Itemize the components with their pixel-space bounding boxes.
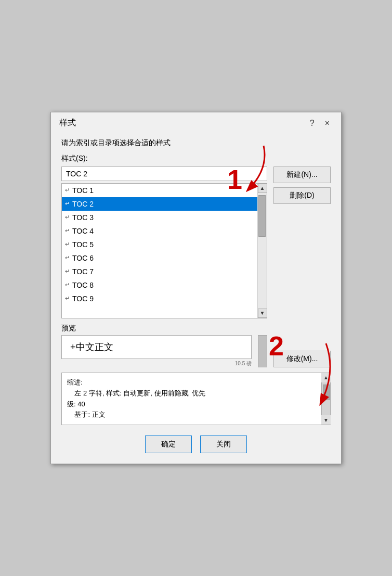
list-item-selected[interactable]: ↵ TOC 2: [62, 197, 257, 211]
list-scrollbar[interactable]: ▲ ▼: [257, 184, 267, 318]
return-icon: ↵: [65, 200, 70, 207]
scroll-track: [258, 193, 267, 309]
preview-section: 预览 +中文正文 10.5 磅 修改(M)...: [61, 324, 331, 367]
list-item[interactable]: ↵ TOC 8: [62, 278, 257, 292]
return-icon: ↵: [65, 241, 70, 248]
return-icon: ↵: [65, 254, 70, 261]
list-item[interactable]: ↵ TOC 6: [62, 251, 257, 265]
return-icon: ↵: [65, 187, 70, 194]
close-button[interactable]: ×: [322, 118, 333, 129]
style-label: 样式(S):: [61, 154, 331, 163]
preview-size: 10.5 磅: [61, 360, 252, 367]
style-list-container: ↵ TOC 1 ↵ TOC 2 ↵ TOC 3: [61, 183, 267, 318]
return-icon: ↵: [65, 295, 70, 302]
return-icon: ↵: [65, 281, 70, 288]
right-column: 新建(N)... 删除(D): [273, 167, 331, 318]
preview-left: +中文正文 10.5 磅: [61, 335, 252, 367]
preview-right-col: 修改(M)...: [273, 335, 331, 367]
style-input[interactable]: [61, 167, 267, 181]
new-button[interactable]: 新建(N)...: [273, 167, 331, 183]
desc-scroll-down-button[interactable]: ▼: [321, 415, 331, 425]
main-section: ↵ TOC 1 ↵ TOC 2 ↵ TOC 3: [61, 167, 331, 318]
ok-button[interactable]: 确定: [145, 436, 192, 453]
list-item[interactable]: ↵ TOC 5: [62, 238, 257, 251]
scroll-down-button[interactable]: ▼: [258, 309, 267, 318]
desc-scroll-track: [322, 382, 330, 415]
desc-scroll-thumb[interactable]: [323, 385, 330, 400]
scroll-thumb[interactable]: [258, 195, 266, 237]
description-section: 缩进: 左 2 字符, 样式: 自动更新, 使用前隐藏, 优先级: 40 基于:…: [61, 373, 331, 425]
list-item[interactable]: ↵ TOC 4: [62, 224, 257, 238]
style-dialog: 样式 ? × 请为索引或目录项选择合适的样式 样式(S):: [50, 112, 342, 464]
title-controls: ? ×: [307, 118, 333, 129]
modify-button[interactable]: 修改(M)...: [273, 351, 331, 367]
title-bar: 样式 ? ×: [51, 112, 341, 132]
preview-scrollbar: [258, 335, 267, 367]
description-scrollbar: ▲ ▼: [321, 373, 331, 425]
dialog-body: 请为索引或目录项选择合适的样式 样式(S): ↵ TOC 1: [51, 132, 341, 464]
preview-row: +中文正文 10.5 磅 修改(M)...: [61, 335, 331, 367]
description-box: 缩进: 左 2 字符, 样式: 自动更新, 使用前隐藏, 优先级: 40 基于:…: [61, 373, 331, 425]
help-button[interactable]: ?: [307, 118, 318, 129]
description-text: 缩进: 左 2 字符, 样式: 自动更新, 使用前隐藏, 优先级: 40 基于:…: [67, 378, 205, 418]
instruction-text: 请为索引或目录项选择合适的样式: [61, 138, 331, 148]
title-text: 样式: [59, 118, 76, 129]
list-item[interactable]: ↵ TOC 1: [62, 184, 257, 197]
dialog-title: 样式: [59, 118, 76, 129]
close-dialog-button[interactable]: 关闭: [200, 436, 247, 453]
style-list[interactable]: ↵ TOC 1 ↵ TOC 2 ↵ TOC 3: [62, 184, 257, 318]
scroll-up-button[interactable]: ▲: [258, 184, 267, 193]
return-icon: ↵: [65, 268, 70, 275]
footer-buttons: 确定 关闭: [61, 431, 331, 455]
left-column: ↵ TOC 1 ↵ TOC 2 ↵ TOC 3: [61, 167, 267, 318]
preview-text: +中文正文: [70, 341, 113, 353]
delete-button[interactable]: 删除(D): [273, 187, 331, 204]
desc-scroll-up-button[interactable]: ▲: [321, 373, 331, 382]
return-icon: ↵: [65, 214, 70, 221]
list-item[interactable]: ↵ TOC 9: [62, 292, 257, 305]
preview-label: 预览: [61, 324, 331, 333]
list-item[interactable]: ↵ TOC 7: [62, 265, 257, 278]
preview-box: +中文正文: [61, 335, 252, 359]
list-item[interactable]: ↵ TOC 3: [62, 211, 257, 224]
return-icon: ↵: [65, 227, 70, 234]
